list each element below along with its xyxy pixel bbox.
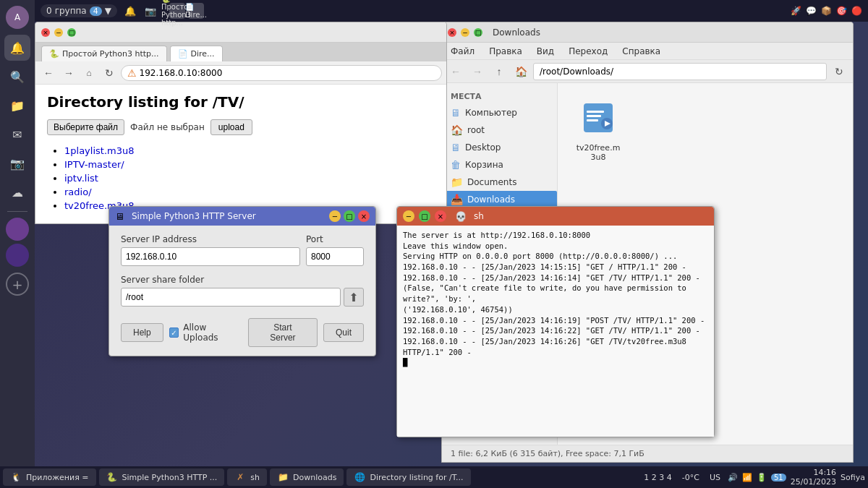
taskbar-item-directory[interactable]: 🌐 Directory listing for /T... (346, 468, 470, 486)
browser-tab-dir-label: Dire... (191, 49, 215, 59)
topbar-app5[interactable]: 🔴 (851, 6, 862, 16)
avatar[interactable]: А (6, 6, 29, 29)
fm-min-btn[interactable]: − (461, 28, 469, 37)
topbar-app3[interactable]: 📦 (821, 6, 832, 16)
fm-sidebar-documents[interactable]: 📁 Documents (442, 174, 557, 191)
sidebar-icon-purple1[interactable] (6, 218, 29, 241)
terminal-line-3: Serving HTTP on 0.0.0.0 port 8000 (http:… (403, 251, 708, 262)
file-link-iptv-list[interactable]: iptv.list (64, 173, 98, 184)
terminal-line-10: 192.168.0.10 - - [25/Jan/2023 14:16:26] … (403, 336, 708, 357)
terminal-icon: 💀 (455, 211, 467, 222)
file-link-1playlist[interactable]: 1playlist.m3u8 (64, 145, 134, 156)
taskbar-network-icon[interactable]: 📶 (742, 473, 752, 482)
computer-icon: 🖥 (451, 107, 461, 119)
taskbar-item-downloads[interactable]: 📁 Downloads (270, 468, 344, 486)
folder-browse-btn[interactable]: ⬆ (344, 288, 364, 307)
sidebar-icon-purple2[interactable] (6, 244, 29, 267)
browser-tab-dir[interactable]: 📄 Dire... (170, 46, 223, 61)
fm-back-btn[interactable]: ← (446, 62, 465, 81)
terminal-body[interactable]: The server is at http://192.168.0.10:800… (397, 226, 714, 437)
fm-sidebar-computer[interactable]: 🖥 Компьютер (442, 104, 557, 121)
sidebar-icon-mail[interactable]: ✉️ (4, 121, 30, 147)
port-input[interactable] (306, 247, 364, 266)
taskbar-item-sh[interactable]: ✗ sh (227, 468, 267, 486)
help-btn[interactable]: Help (121, 323, 163, 342)
fm-menu-file[interactable]: Файл (448, 45, 477, 58)
topbar-notification-icon[interactable]: 🔔 (123, 4, 137, 18)
taskbar-pages-text: 1 2 3 4 (644, 473, 671, 482)
fm-menu-edit[interactable]: Правка (486, 45, 525, 58)
server-ip-label: Server IP address (121, 234, 300, 244)
topbar-app4[interactable]: 🎯 (836, 6, 847, 16)
fm-home-btn[interactable]: 🏠 (511, 62, 530, 81)
taskbar: 🐧 Приложения = 🐍 Simple Python3 HTTP ...… (0, 466, 868, 488)
start-server-btn[interactable]: Start Server (248, 318, 318, 347)
taskbar-item-apps[interactable]: 🐧 Приложения = (3, 468, 96, 486)
sidebar-icon-camera[interactable]: 📷 (4, 150, 30, 176)
browser-forward-btn[interactable]: → (60, 64, 77, 82)
fm-menu-view[interactable]: Вид (534, 45, 557, 58)
fm-address-path: /root/Downloads/ (540, 67, 613, 77)
topbar-screenshot-icon[interactable]: 📷 (143, 4, 158, 18)
fm-refresh-btn[interactable]: ↻ (830, 62, 848, 81)
topbar-tab-python[interactable]: 🐍 Простой Python3 http... (169, 3, 185, 19)
gnome-sidebar: А 🔔 🔍 📁 ✉️ 📷 ☁️ + (0, 0, 35, 488)
taskbar-python-icon: 🐍 (106, 471, 118, 483)
browser-back-btn[interactable]: ← (40, 64, 57, 82)
terminal-line-0: The server is at http://192.168.0.10:800… (403, 230, 708, 241)
fm-menu-help[interactable]: Справка (619, 45, 663, 58)
sidebar-icon-cloud[interactable]: ☁️ (4, 179, 30, 205)
topbar-group[interactable]: 0 группа 4 ▼ (41, 4, 117, 17)
fm-sidebar-desktop[interactable]: 🖥 Desktop (442, 139, 557, 156)
allow-uploads-checkbox[interactable]: ✓ (169, 328, 179, 338)
sidebar-add-button[interactable]: + (6, 273, 29, 296)
topbar-badge: 4 (90, 7, 102, 16)
taskbar-python-label: Simple Python3 HTTP ... (122, 473, 218, 482)
topbar-tab-dir[interactable]: 📄 Dire... (188, 3, 204, 19)
taskbar-battery-icon[interactable]: 🔋 (757, 473, 767, 482)
topbar-app1[interactable]: 🚀 (791, 6, 801, 16)
svg-rect-2 (587, 115, 601, 117)
fm-forward-btn[interactable]: → (468, 62, 487, 81)
fm-menu-go[interactable]: Переход (566, 45, 610, 58)
sidebar-icon-notifications[interactable]: 🔔 (4, 35, 30, 61)
upload-btn[interactable]: upload (210, 119, 252, 135)
folder-input[interactable] (121, 288, 341, 307)
choose-file-btn[interactable]: Выберите файл (47, 119, 124, 135)
fm-sidebar-documents-label: Documents (467, 177, 516, 187)
taskbar-item-python[interactable]: 🐍 Simple Python3 HTTP ... (99, 468, 225, 486)
topbar-app2[interactable]: 💬 (806, 6, 817, 16)
terminal-max-btn[interactable]: □ (419, 210, 430, 222)
allow-uploads-label[interactable]: ✓ Allow Uploads (169, 322, 242, 343)
fm-address[interactable]: /root/Downloads/ (533, 63, 827, 80)
browser-home-btn[interactable]: ⌂ (80, 64, 98, 82)
trash-icon: 🗑 (451, 159, 461, 171)
quit-btn[interactable]: Quit (323, 323, 364, 342)
fm-up-btn[interactable]: ↑ (490, 62, 509, 81)
browser-tab-python[interactable]: 🐍 Простой Python3 http... (41, 46, 167, 61)
file-link-iptv-master[interactable]: IPTV-master/ (64, 159, 124, 170)
browser-refresh-btn[interactable]: ↻ (101, 64, 118, 82)
sidebar-icon-search[interactable]: 🔍 (4, 64, 30, 90)
fm-max-btn[interactable]: □ (474, 28, 482, 37)
terminal-close-btn[interactable]: × (435, 210, 446, 222)
dialog-max-btn[interactable]: □ (344, 210, 355, 222)
fm-close-btn[interactable]: × (448, 28, 456, 37)
server-ip-input[interactable] (121, 247, 300, 266)
topbar-dropdown-icon[interactable]: ▼ (105, 6, 111, 16)
terminal-min-btn[interactable]: − (403, 210, 414, 222)
address-bar[interactable]: ⚠ 192.168.0.10:8000 (121, 65, 442, 81)
taskbar-audio-icon[interactable]: 🔊 (728, 473, 738, 482)
dialog-close-btn[interactable]: × (358, 210, 370, 222)
fm-sidebar-root[interactable]: 🏠 root (442, 121, 557, 139)
browser-close-btn[interactable]: × (41, 28, 50, 37)
taskbar-user: Sofiya (841, 473, 865, 482)
browser-max-btn[interactable]: □ (67, 28, 76, 37)
sidebar-icon-files[interactable]: 📁 (4, 93, 30, 119)
fm-file-tv20free[interactable]: tv20free.m3u8 (569, 95, 627, 168)
dialog-min-btn[interactable]: − (329, 210, 341, 222)
file-link-radio[interactable]: radio/ (64, 187, 92, 197)
browser-min-btn[interactable]: − (54, 28, 63, 37)
terminal-titlebar: − □ × 💀 sh (397, 207, 714, 226)
fm-sidebar-trash[interactable]: 🗑 Корзина (442, 156, 557, 174)
